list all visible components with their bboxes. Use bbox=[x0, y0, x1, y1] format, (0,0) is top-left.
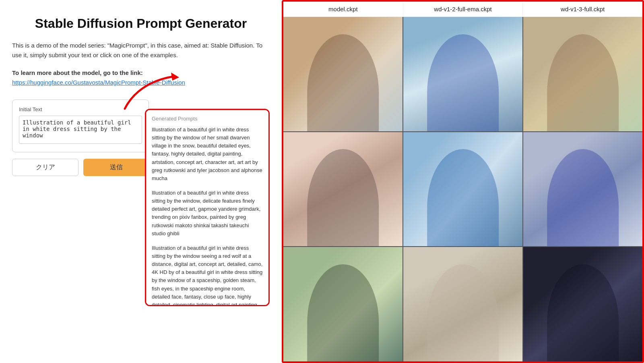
grid-cell-3 bbox=[523, 17, 642, 131]
model-header-2: wd-v1-2-full-ema.ckpt bbox=[403, 2, 523, 17]
generated-prompts-box: Generated Prompts Illustration of a beau… bbox=[145, 109, 270, 306]
model-header-1: model.ckpt bbox=[283, 2, 403, 17]
prompt-1: Illustration of a beautiful girl in whit… bbox=[152, 126, 263, 183]
grid-cell-2 bbox=[403, 17, 522, 131]
description: This is a demo of the model series: "Mag… bbox=[12, 41, 270, 60]
generated-prompts-title: Generated Prompts bbox=[152, 116, 263, 122]
page-title: Stable Diffusion Prompt Generator bbox=[12, 16, 270, 31]
grid-cell-1 bbox=[283, 17, 402, 131]
model-header-3: wd-v1-3-full.ckpt bbox=[523, 2, 642, 17]
learn-more-link[interactable]: https://huggingface.co/Gustavosta/MagicP… bbox=[12, 79, 185, 86]
right-panel: model.ckpt wd-v1-2-full-ema.ckpt wd-v1-3… bbox=[282, 0, 644, 363]
grid-cell-6 bbox=[523, 132, 642, 247]
grid-cell-7 bbox=[283, 247, 402, 361]
initial-text-input[interactable]: Illustration of a beautiful girl in whit… bbox=[19, 116, 142, 144]
grid-cell-9 bbox=[523, 247, 642, 361]
model-header: model.ckpt wd-v1-2-full-ema.ckpt wd-v1-3… bbox=[283, 2, 642, 17]
prompt-2: Illustration of a beautiful girl in whit… bbox=[152, 189, 263, 238]
grid-cell-4 bbox=[283, 132, 402, 247]
submit-button[interactable]: 送信 bbox=[83, 159, 149, 176]
left-panel: Stable Diffusion Prompt Generator This i… bbox=[0, 0, 282, 363]
learn-more-text: To learn more about the model, go to the… bbox=[12, 68, 270, 87]
input-section: Initial Text Illustration of a beautiful… bbox=[12, 100, 149, 152]
grid-cell-5 bbox=[403, 132, 522, 247]
input-label: Initial Text bbox=[19, 106, 142, 112]
grid-cell-8 bbox=[403, 247, 522, 361]
prompt-3: Illustration of a beautiful girl in whit… bbox=[152, 244, 263, 306]
button-row: クリア 送信 bbox=[12, 159, 149, 176]
image-grid bbox=[283, 17, 642, 361]
clear-button[interactable]: クリア bbox=[12, 159, 78, 176]
